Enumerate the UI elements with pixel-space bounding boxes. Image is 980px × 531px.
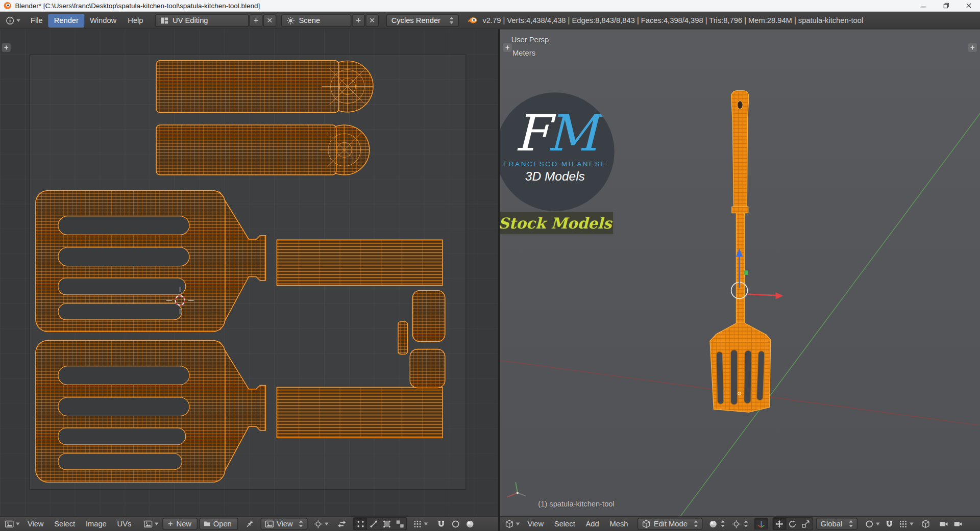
chevron-down-icon	[909, 521, 914, 526]
close-icon	[266, 17, 273, 23]
browse-image-button[interactable]	[142, 518, 161, 529]
editor-type-selector-uv[interactable]	[3, 518, 22, 529]
uv-canvas-area[interactable]	[0, 30, 498, 516]
transform-orientation-selector[interactable]: Global	[816, 518, 857, 529]
occlude-geometry-toggle[interactable]	[918, 518, 932, 529]
manipulator-toggle-button[interactable]	[754, 518, 768, 529]
render-engine-selector[interactable]: Cycles Render	[386, 14, 459, 27]
add-screen-layout-button[interactable]	[250, 14, 263, 27]
pin-icon	[244, 519, 253, 528]
scene-selector[interactable]: Scene	[281, 14, 351, 27]
menu-view[interactable]: View	[22, 517, 48, 529]
menu-mesh[interactable]: Mesh	[605, 517, 633, 529]
delete-scene-button[interactable]	[365, 14, 379, 27]
opengl-render-still-button[interactable]	[937, 518, 950, 529]
uv-island-handle-strip-top[interactable]	[156, 61, 373, 113]
snap-toggle-button-3d[interactable]	[882, 518, 896, 529]
menu-view-3d[interactable]: View	[523, 517, 549, 529]
editor-type-selector-3d[interactable]	[503, 518, 522, 529]
sticky-selection-selector[interactable]	[411, 518, 430, 529]
scene-icon	[286, 16, 295, 24]
menu-select[interactable]: Select	[49, 517, 80, 529]
proportional-edit-selector[interactable]	[449, 518, 463, 529]
chevron-down-icon	[325, 521, 329, 526]
menu-help[interactable]: Help	[122, 13, 149, 27]
screen-layout-selector[interactable]: UV Editing	[155, 14, 249, 27]
uv-island-cap-bottom[interactable]	[410, 349, 445, 388]
plus-icon	[253, 17, 259, 23]
pivot-icon	[314, 519, 323, 528]
uv-island-head-bottom[interactable]	[36, 340, 266, 482]
magnet-icon	[437, 519, 446, 528]
menu-file[interactable]: File	[25, 13, 48, 27]
uv-island-neck-strip-top[interactable]	[277, 240, 442, 285]
rotate-manipulator-button[interactable]	[786, 518, 799, 529]
minimize-button[interactable]	[913, 0, 935, 11]
uv-sync-icon	[338, 519, 347, 528]
uv-image-editor-icon	[5, 519, 14, 528]
scale-icon	[801, 519, 810, 528]
mode-selector[interactable]: Edit Mode	[638, 518, 702, 529]
select-island-button[interactable]	[394, 518, 407, 529]
pivot-point-selector-3d[interactable]	[730, 518, 750, 529]
active-object-label: (1) spatula-kitchen-tool	[538, 500, 614, 509]
plus-icon	[3, 44, 9, 50]
orientation-value: Global	[821, 519, 842, 528]
uv-island-neck-strip-bottom[interactable]	[277, 387, 442, 438]
watermark-tagline: 3D Models	[500, 169, 615, 184]
snap-toggle-button[interactable]	[434, 518, 448, 529]
properties-expand-icon[interactable]	[968, 43, 977, 52]
menu-uvs[interactable]: UVs	[112, 517, 136, 529]
region-expand-icon[interactable]	[2, 43, 11, 52]
viewport-shading-selector[interactable]	[707, 518, 727, 529]
window-title: Blender* [C:\Users\franc\Desktop\spatula…	[15, 2, 912, 10]
uv-island-handle-strip-bottom[interactable]	[156, 125, 370, 175]
menu-window[interactable]: Window	[84, 13, 122, 27]
opengl-render-anim-button[interactable]	[951, 518, 965, 529]
toolshelf-expand-icon[interactable]	[503, 43, 512, 52]
pivot-point-selector[interactable]	[312, 518, 331, 529]
info-editor-icon	[6, 16, 14, 24]
snap-element-selector[interactable]	[897, 518, 916, 529]
select-edge-button[interactable]	[367, 518, 380, 529]
window-titlebar[interactable]: Blender* [C:\Users\franc\Desktop\spatula…	[0, 0, 980, 12]
delete-screen-layout-button[interactable]	[263, 14, 277, 27]
uv-island-cap-top[interactable]	[412, 290, 445, 341]
menu-add[interactable]: Add	[581, 517, 604, 529]
new-image-button[interactable]: New	[163, 518, 198, 529]
viewport-canvas-area[interactable]: User Persp Meters (1) spatula-kitchen-to…	[500, 30, 980, 516]
manipulator-mode-group	[772, 517, 813, 530]
uv-layout-overlay[interactable]	[0, 30, 498, 516]
menu-image[interactable]: Image	[81, 517, 111, 529]
scale-manipulator-button[interactable]	[799, 518, 813, 529]
pin-toggle-button[interactable]	[242, 518, 256, 529]
close-button[interactable]	[958, 0, 980, 11]
uv-island-small-strip[interactable]	[398, 322, 407, 355]
rotate-icon	[789, 519, 797, 528]
maximize-button[interactable]	[935, 0, 958, 11]
chevron-down-icon	[16, 521, 20, 526]
uv-sculpt-toggle[interactable]	[463, 518, 477, 529]
add-scene-button[interactable]	[352, 14, 365, 27]
select-vertex-button[interactable]	[354, 518, 368, 529]
magnet-icon	[885, 519, 893, 528]
watermark-banner: Stock Models	[500, 212, 614, 234]
select-face-button[interactable]	[380, 518, 394, 529]
uv-island-head-top[interactable]	[36, 190, 266, 332]
uv-selection-mode-group	[353, 517, 407, 530]
sync-uv-selection-toggle[interactable]	[335, 518, 349, 529]
open-image-label: Open	[213, 519, 232, 528]
editor-mode-selector[interactable]: View	[260, 518, 308, 529]
plus-icon	[167, 520, 174, 527]
open-image-button[interactable]: Open	[200, 518, 238, 529]
editor-type-selector-info[interactable]	[4, 14, 22, 26]
proportional-edit-selector-3d[interactable]	[863, 518, 882, 529]
watermark-logo: FM FRANCESCO MILANESE 3D Models	[500, 92, 615, 211]
menu-render[interactable]: Render	[48, 13, 84, 27]
plus-icon	[969, 44, 975, 50]
menu-select-3d[interactable]: Select	[549, 517, 580, 529]
translate-manipulator-button[interactable]	[773, 518, 787, 529]
info-header: File Render Window Help UV Editing Scene…	[0, 12, 980, 29]
screen-layout-icon	[160, 16, 169, 24]
pivot-icon	[732, 519, 741, 528]
